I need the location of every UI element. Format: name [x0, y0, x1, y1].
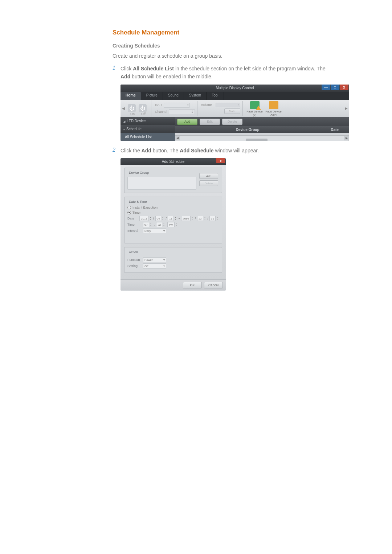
setting-select[interactable]: Off▾	[143, 263, 166, 268]
scroll-right-icon[interactable]: ▶	[344, 136, 349, 140]
table-header: Device Group Date	[175, 126, 349, 133]
mdc-titlebar: Multiple Display Control — □ x	[121, 85, 349, 92]
steps-list: 1 Click All Schedule List in the schedul…	[113, 65, 330, 81]
power-on-icon[interactable]: ⏻	[128, 104, 136, 112]
add-button[interactable]: Add	[177, 119, 197, 125]
fault-device-item[interactable]: Fault Device (0)	[246, 101, 263, 116]
fieldset-date-time: Date & Time Instant Execution Timer Date…	[124, 197, 222, 243]
toolbar-next-icon[interactable]: ▶	[345, 106, 348, 110]
h-scrollbar[interactable]: ◀ ▶	[175, 135, 349, 141]
tab-home[interactable]: Home	[121, 92, 141, 100]
sidebar-header-schedule[interactable]: ▾Schedule	[121, 125, 175, 133]
tab-picture[interactable]: Picture	[141, 92, 163, 100]
radio-instant[interactable]: Instant Execution	[127, 206, 219, 209]
dg-delete-button[interactable]: Delete	[199, 180, 218, 186]
sidebar-header-lfd[interactable]: ◢LFD Device	[121, 117, 175, 125]
section-title: Schedule Management	[113, 29, 330, 36]
volume-slider[interactable]: ▸	[216, 103, 240, 107]
spinner-icon[interactable]: ▴▾	[150, 217, 152, 220]
delete-button[interactable]: Delete	[222, 119, 242, 125]
time-h[interactable]: 07	[143, 222, 149, 227]
ok-button[interactable]: OK	[183, 282, 202, 288]
interval-label: Interval	[127, 229, 142, 233]
edit-button[interactable]: Edit	[200, 119, 220, 125]
spinner-icon[interactable]: ▴▾	[192, 217, 194, 220]
function-select[interactable]: Power▾	[143, 257, 166, 262]
legend-date-time: Date & Time	[127, 200, 148, 204]
spinner-icon[interactable]: ▴▾	[204, 217, 207, 220]
volume-label: Volume	[201, 103, 214, 107]
steps-list-2: 2 Click the Add button. The Add Schedule…	[113, 147, 330, 155]
tab-sound[interactable]: Sound	[163, 92, 184, 100]
input-dropdown[interactable]: ▾	[164, 103, 190, 108]
date-d1[interactable]: 11	[168, 216, 174, 221]
volume-group: Volume ▸ Mute	[199, 101, 243, 116]
close-button[interactable]: x	[340, 85, 348, 90]
mdc-main: Add Edit Delete Device Group Date ◀ ▶	[175, 117, 349, 141]
spinner-icon[interactable]: ▴▾	[162, 217, 164, 220]
minimize-button[interactable]: —	[322, 85, 330, 90]
col-device-group: Device Group	[175, 126, 320, 133]
date-sep: ~	[178, 217, 180, 220]
step-number: 2	[113, 147, 121, 153]
channel-label: Channel	[155, 110, 167, 114]
fault-alert-item[interactable]: Fault Device Alert	[265, 101, 282, 116]
time-ampm[interactable]: PM	[167, 222, 175, 227]
spinner-icon[interactable]: ▴▾	[163, 223, 166, 226]
fieldset-device-group: Device Group Add Delete	[124, 168, 222, 193]
scroll-thumb[interactable]	[246, 139, 268, 141]
row-date: Date 2011▴▾/ 04▴▾/ 11▴▾ ~ 2099▴▾/ 12▴▾/ …	[127, 216, 219, 221]
time-label: Time	[127, 223, 142, 226]
legend-action: Action	[127, 250, 139, 254]
setting-label: Setting	[127, 264, 142, 268]
date-d2[interactable]: 31	[209, 216, 216, 221]
legend-device-group: Device Group	[127, 171, 150, 175]
spinner-icon[interactable]: ▴▾	[150, 223, 153, 226]
row-time: Time 07▴▾: 22▴▾ PM▴▾	[127, 222, 219, 227]
row-setting: Setting Off▾	[127, 263, 219, 268]
date-m2[interactable]: 12	[197, 216, 203, 221]
asw-titlebar: Add Schedule x	[121, 158, 226, 165]
maximize-button[interactable]: □	[331, 85, 339, 90]
chevron-down-icon: ▾	[163, 264, 165, 268]
date-label: Date	[127, 217, 138, 220]
sidebar-item-all-schedule[interactable]: All Schedule List	[121, 133, 175, 141]
scroll-left-icon[interactable]: ◀	[175, 136, 180, 140]
toolbar-prev-icon[interactable]: ◀	[122, 106, 125, 110]
chevron-down-icon: ▾	[163, 258, 165, 262]
window-controls: — □ x	[322, 85, 348, 90]
mute-button[interactable]: Mute	[224, 108, 240, 114]
step-text: Click the Add button. The Add Schedule w…	[121, 147, 330, 155]
radio-timer[interactable]: Timer	[127, 211, 219, 214]
spinner-icon[interactable]: ▴▾	[176, 223, 179, 226]
asw-body: Device Group Add Delete Date & Time Inst…	[121, 165, 226, 279]
row-interval: Interval Daily▾	[127, 228, 219, 233]
date-y1[interactable]: 2011	[139, 216, 149, 221]
step-2: 2 Click the Add button. The Add Schedule…	[113, 147, 330, 155]
spinner-icon[interactable]: ▴▾	[217, 217, 219, 220]
device-group-listbox[interactable]	[127, 177, 196, 190]
spinner-icon[interactable]: ▴▾	[175, 217, 177, 220]
interval-select[interactable]: Daily▾	[143, 228, 166, 233]
tab-system[interactable]: System	[184, 92, 207, 100]
power-on-label: On	[128, 112, 137, 116]
subsection-heading: Creating Schedules	[113, 43, 330, 49]
step-1: 1 Click All Schedule List in the schedul…	[113, 65, 330, 81]
mdc-body: ◢LFD Device ▾Schedule All Schedule List …	[121, 117, 349, 141]
dg-add-button[interactable]: Add	[199, 173, 218, 179]
fault-group: Fault Device (0) Fault Device Alert	[244, 100, 284, 116]
mdc-toolbar: ◀ ⏻ On ⏻ Off Input ▾ Channel ▴▾	[121, 100, 349, 117]
power-off-label: Off	[139, 112, 148, 116]
power-group: ⏻ On ⏻ Off	[126, 100, 151, 117]
date-y2[interactable]: 2099	[181, 216, 191, 221]
mdc-title: Multiple Display Control	[216, 86, 254, 90]
tab-tool[interactable]: Tool	[207, 92, 224, 100]
close-button[interactable]: x	[216, 158, 225, 163]
triangle-up-icon: ◢	[123, 120, 125, 123]
channel-stepper[interactable]: ▴▾	[169, 109, 195, 114]
mdc-sidebar: ◢LFD Device ▾Schedule All Schedule List	[121, 117, 175, 141]
power-off-icon[interactable]: ⏻	[139, 104, 147, 112]
time-m[interactable]: 22	[156, 222, 162, 227]
date-m1[interactable]: 04	[155, 216, 162, 221]
cancel-button[interactable]: Cancel	[204, 282, 223, 288]
